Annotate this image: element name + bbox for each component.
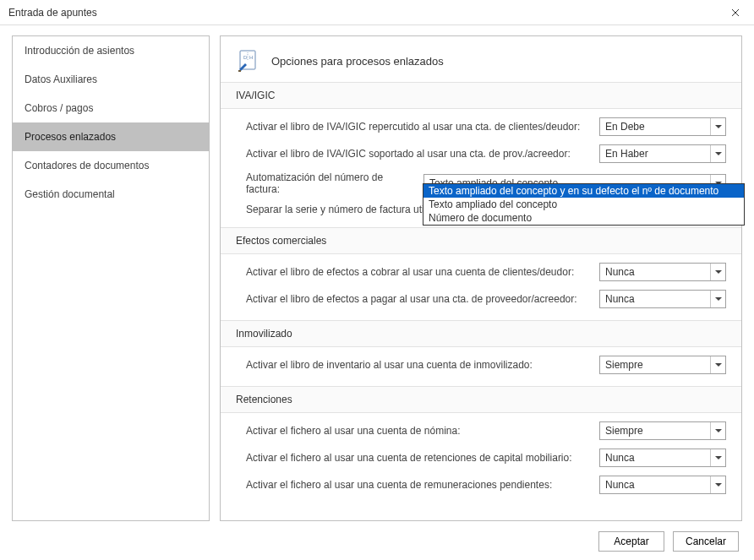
select-value: Siempre bbox=[605, 359, 643, 371]
chevron-down-icon bbox=[710, 422, 725, 439]
select-value: En Haber bbox=[605, 148, 648, 160]
sidebar-item-cobros-pagos[interactable]: Cobros / pagos bbox=[13, 94, 209, 122]
select-inventario[interactable]: Siempre bbox=[599, 356, 726, 374]
select-nomina[interactable]: Siempre bbox=[599, 421, 726, 440]
close-button[interactable] bbox=[717, 0, 754, 25]
label-capital-mobiliario: Activar el fichero al usar una cuenta de… bbox=[246, 452, 591, 464]
select-value: Nunca bbox=[605, 293, 635, 305]
cancel-button[interactable]: Cancelar bbox=[673, 531, 739, 552]
select-efectos-pagar[interactable]: Nunca bbox=[599, 290, 726, 308]
footer: Aceptar Cancelar bbox=[12, 521, 742, 552]
page-title: Opciones para procesos enlazados bbox=[271, 55, 444, 68]
chevron-down-icon bbox=[710, 449, 725, 466]
sidebar-item-gestion-documental[interactable]: Gestión documental bbox=[13, 180, 209, 209]
select-remuneraciones[interactable]: Nunca bbox=[599, 476, 726, 494]
chevron-down-icon bbox=[710, 291, 725, 307]
label-nomina: Activar el fichero al usar una cuenta de… bbox=[246, 425, 591, 437]
select-value: Nunca bbox=[605, 479, 635, 491]
select-value: Nunca bbox=[605, 452, 635, 464]
chevron-down-icon bbox=[710, 145, 725, 162]
select-capital-mobiliario[interactable]: Nunca bbox=[599, 449, 726, 467]
chevron-down-icon bbox=[710, 264, 725, 280]
dropdown-option[interactable]: Número de documento bbox=[423, 211, 744, 225]
titlebar: Entrada de apuntes bbox=[0, 0, 754, 25]
accept-button[interactable]: Aceptar bbox=[598, 531, 664, 552]
section-title-efectos: Efectos comerciales bbox=[221, 227, 741, 254]
dropdown-option[interactable]: Texto ampliado del concepto bbox=[423, 198, 744, 211]
dropdown-autonum[interactable]: Texto ampliado del concepto y en su defe… bbox=[423, 183, 745, 226]
select-efectos-cobrar[interactable]: Nunca bbox=[599, 263, 726, 281]
section-title-iva: IVA/IGIC bbox=[221, 82, 741, 109]
select-value: Siempre bbox=[605, 425, 643, 437]
svg-text:D: D bbox=[243, 55, 248, 60]
sidebar-item-introduccion[interactable]: Introducción de asientos bbox=[13, 36, 209, 65]
label-iva-repercutido: Activar el libro de IVA/IGIC repercutido… bbox=[246, 121, 591, 133]
main-panel: D H Opciones para procesos enlazados IVA… bbox=[220, 35, 742, 521]
label-remuneraciones: Activar el fichero al usar una cuenta de… bbox=[246, 479, 591, 491]
section-title-inmovilizado: Inmovilizado bbox=[221, 320, 741, 347]
svg-rect-4 bbox=[238, 70, 241, 72]
page-icon: D H bbox=[236, 48, 261, 73]
section-title-retenciones: Retenciones bbox=[221, 386, 741, 413]
close-icon bbox=[731, 8, 740, 17]
svg-text:H: H bbox=[249, 55, 253, 60]
label-efectos-pagar: Activar el libro de efectos a pagar al u… bbox=[246, 293, 591, 305]
label-autonum: Automatización del número de factura: bbox=[246, 171, 415, 195]
select-value: Nunca bbox=[605, 266, 635, 278]
select-value: En Debe bbox=[605, 121, 645, 133]
dropdown-option[interactable]: Texto ampliado del concepto y en su defe… bbox=[423, 184, 744, 198]
sidebar-item-contadores[interactable]: Contadores de documentos bbox=[13, 151, 209, 180]
label-efectos-cobrar: Activar el libro de efectos a cobrar al … bbox=[246, 266, 591, 278]
chevron-down-icon bbox=[710, 356, 725, 373]
chevron-down-icon bbox=[710, 476, 725, 493]
window-title: Entrada de apuntes bbox=[8, 7, 97, 19]
label-iva-soportado: Activar el libro de IVA/IGIC soportado a… bbox=[246, 148, 591, 160]
label-inventario: Activar el libro de inventario al usar u… bbox=[246, 359, 591, 371]
sidebar-item-procesos-enlazados[interactable]: Procesos enlazados bbox=[13, 122, 209, 151]
chevron-down-icon bbox=[710, 118, 725, 135]
sidebar-item-datos-auxiliares[interactable]: Datos Auxiliares bbox=[13, 65, 209, 94]
sidebar: Introducción de asientos Datos Auxiliare… bbox=[12, 35, 210, 521]
select-iva-soportado[interactable]: En Haber bbox=[599, 144, 726, 163]
select-iva-repercutido[interactable]: En Debe bbox=[599, 117, 726, 136]
